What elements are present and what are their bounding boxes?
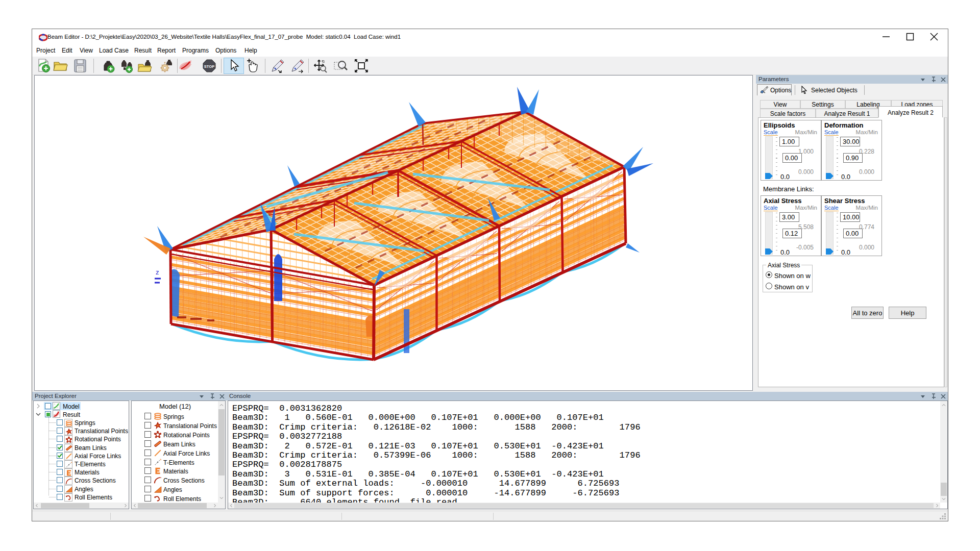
svg-text:z: z xyxy=(156,268,159,276)
svg-text:STOP: STOP xyxy=(204,64,214,69)
